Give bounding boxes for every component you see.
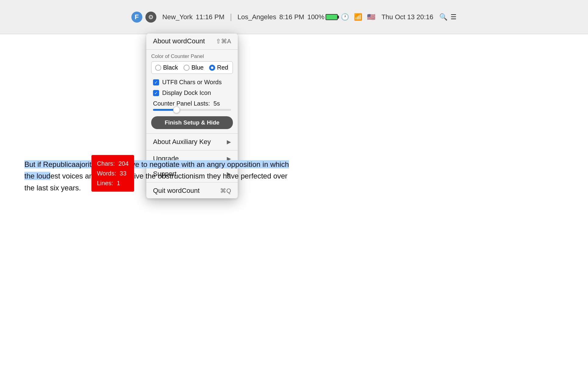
words-label: Words: xyxy=(97,170,116,177)
timezone2-label: Los_Angeles xyxy=(237,13,276,21)
finish-setup-button[interactable]: Finish Setup & Hide xyxy=(151,116,233,129)
chars-value: 204 xyxy=(118,160,128,167)
about-wordcount-label: About wordCount xyxy=(153,37,205,45)
wordcount-icon-letter: F xyxy=(135,13,139,21)
paragraph: But if Republicaajorities, she'll have t… xyxy=(24,159,299,194)
history-icon[interactable]: 🕐 xyxy=(341,13,349,21)
utf8-checkbox[interactable]: ✓ xyxy=(153,79,159,85)
timezone1-label: New_York xyxy=(162,13,193,21)
chars-label: Chars: xyxy=(97,160,115,167)
wifi-icon[interactable]: 📶 xyxy=(354,13,362,21)
color-black-option[interactable]: Black xyxy=(155,64,178,71)
lines-label: Lines: xyxy=(97,180,113,186)
gear-app-icon[interactable]: ⚙ xyxy=(145,12,156,23)
menubar: F ⚙ New_York 11:16 PM | Los_Angeles 8:16… xyxy=(0,0,588,34)
aux-key-arrow: ▶ xyxy=(227,139,231,145)
lines-row: Lines: 1 xyxy=(97,178,129,188)
flag-icon[interactable]: 🇺🇸 xyxy=(367,13,375,21)
separator-1 xyxy=(146,49,238,50)
aux-key-label: About Auxiliary Key xyxy=(153,138,211,146)
counter-lasts-value: 5s xyxy=(213,100,220,107)
radio-black[interactable] xyxy=(155,65,161,71)
gear-icon: ⚙ xyxy=(148,13,154,21)
text-block: But if Republicaajorities, she'll have t… xyxy=(24,159,299,194)
about-auxiliary-key-item[interactable]: About Auxiliary Key ▶ xyxy=(146,134,238,150)
main-content xyxy=(0,34,588,368)
list-icon[interactable]: ☰ xyxy=(451,13,457,21)
battery-pct-label: 100% xyxy=(307,13,324,21)
menubar-right-icons: 🕐 📶 🇺🇸 xyxy=(341,13,375,21)
wordcount-app-icon[interactable]: F xyxy=(131,12,142,23)
system-clock: Thu Oct 13 20:16 xyxy=(381,13,433,21)
words-row: Words: 33 xyxy=(97,168,129,178)
battery-indicator: 100% xyxy=(307,13,338,21)
counter-lasts-label: Counter Panel Lasts: 5s xyxy=(153,100,231,107)
slider-track[interactable] xyxy=(153,109,231,111)
word-count-popup: Chars: 204 Words: 33 Lines: 1 xyxy=(91,155,134,192)
words-value: 33 xyxy=(120,170,127,177)
battery-icon xyxy=(326,14,338,20)
timezone1-time: 11:16 PM xyxy=(196,13,224,21)
dock-icon-label: Display Dock Icon xyxy=(162,89,211,96)
separator-3 xyxy=(146,150,238,150)
counter-lasts-row: Counter Panel Lasts: 5s xyxy=(146,98,238,114)
color-blue-label: Blue xyxy=(191,64,204,71)
timezone-separator: | xyxy=(230,12,232,22)
radio-blue[interactable] xyxy=(184,65,190,71)
chars-row: Chars: 204 xyxy=(97,159,129,168)
search-icon[interactable]: 🔍 xyxy=(439,13,447,21)
slider-thumb[interactable] xyxy=(173,106,180,113)
color-red-label: Red xyxy=(217,64,228,71)
finish-btn-row: Finish Setup & Hide xyxy=(146,114,238,133)
color-red-option[interactable]: Red xyxy=(209,64,228,71)
timezone2-time: 8:16 PM xyxy=(279,13,304,21)
color-blue-option[interactable]: Blue xyxy=(184,64,204,71)
color-black-label: Black xyxy=(163,64,178,71)
radio-red[interactable] xyxy=(209,65,215,71)
selected-text-part1: But if Republica xyxy=(24,160,76,168)
separator-2 xyxy=(146,133,238,134)
color-panel-label: Color of Counter Panel xyxy=(151,53,233,60)
normal-text-part: est voices are likely to revive the obst… xyxy=(24,172,287,192)
about-shortcut: ⇧⌘A xyxy=(216,38,231,45)
lines-value: 1 xyxy=(117,180,120,186)
utf8-label: UTF8 Chars or Words xyxy=(162,79,222,86)
color-options-group: Black Blue Red xyxy=(151,61,233,74)
dock-icon-checkbox-row[interactable]: ✓ Display Dock Icon xyxy=(146,88,238,98)
dock-icon-checkbox[interactable]: ✓ xyxy=(153,90,159,96)
color-panel-section: Color of Counter Panel Black Blue Red xyxy=(146,50,238,77)
counter-lasts-text: Counter Panel Lasts: xyxy=(153,100,210,107)
utf8-checkbox-row[interactable]: ✓ UTF8 Chars or Words xyxy=(146,77,238,88)
about-wordcount-item[interactable]: About wordCount ⇧⌘A xyxy=(146,34,238,49)
